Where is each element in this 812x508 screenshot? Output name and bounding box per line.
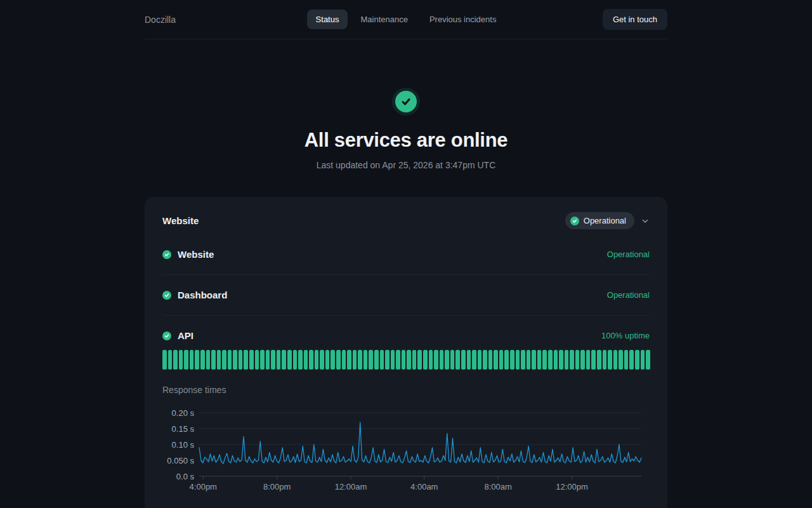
uptime-bar (195, 350, 199, 370)
uptime-bar (277, 350, 281, 370)
uptime-bar (412, 350, 417, 370)
uptime-bar (228, 350, 232, 370)
nav-item-status[interactable]: Status (307, 10, 348, 29)
svg-text:8:00am: 8:00am (484, 482, 511, 491)
group-header-right: Operational (565, 212, 650, 229)
uptime-bar (591, 350, 596, 370)
uptime-bar (499, 350, 504, 370)
uptime-bar (173, 350, 178, 370)
uptime-bar (629, 350, 634, 370)
uptime-bar (374, 350, 379, 370)
all-online-check-icon (395, 91, 417, 112)
uptime-bar (455, 350, 460, 370)
service-status: Operational (607, 250, 650, 259)
service-row-website: Website Operational (162, 234, 650, 275)
uptime-bar (358, 350, 362, 370)
uptime-bar (488, 350, 493, 370)
overall-status: All services are online Last updated on … (145, 91, 667, 170)
uptime-bar (380, 350, 384, 370)
response-times-label: Response times (162, 385, 650, 395)
uptime-bar (478, 350, 482, 370)
uptime-bar (423, 350, 428, 370)
uptime-bar (434, 350, 438, 370)
uptime-bar (304, 350, 308, 370)
uptime-bar (510, 350, 514, 370)
group-header: Website Operational (162, 212, 650, 234)
nav-item-maintenance[interactable]: Maintenance (351, 10, 416, 29)
svg-text:0.10 s: 0.10 s (172, 440, 195, 450)
service-name: Dashboard (178, 290, 227, 300)
uptime-bar (580, 350, 585, 370)
service-left: API (162, 330, 193, 341)
uptime-bar (483, 350, 487, 370)
uptime-bar (287, 350, 292, 370)
uptime-bar (407, 350, 411, 370)
uptime-history-bars (162, 350, 650, 370)
svg-text:4:00am: 4:00am (410, 482, 438, 491)
uptime-bar (461, 350, 466, 370)
uptime-bar (200, 350, 205, 370)
uptime-bar (597, 350, 601, 370)
svg-text:0.20 s: 0.20 s (172, 408, 195, 418)
service-left: Website (162, 249, 214, 260)
service-check-icon (162, 250, 171, 259)
uptime-bar (353, 350, 357, 370)
uptime-bar (309, 350, 313, 370)
uptime-bar (559, 350, 563, 370)
uptime-bar (255, 350, 259, 370)
get-in-touch-button[interactable]: Get in touch (603, 9, 667, 30)
uptime-bar (603, 350, 607, 370)
uptime-bar (244, 350, 248, 370)
uptime-bar (325, 350, 330, 370)
uptime-bar (504, 350, 509, 370)
uptime-bar (347, 350, 351, 370)
uptime-bar (179, 350, 183, 370)
operational-badge: Operational (565, 212, 634, 229)
uptime-bar (206, 350, 211, 370)
uptime-bar (417, 350, 422, 370)
uptime-bar (190, 350, 194, 370)
badge-check-icon (570, 217, 579, 225)
badge-label: Operational (584, 216, 626, 225)
uptime-bar (369, 350, 373, 370)
brand-logo[interactable]: Doczilla (145, 15, 307, 25)
uptime-bar (542, 350, 547, 370)
uptime-bar (249, 350, 254, 370)
uptime-bar (331, 350, 335, 370)
uptime-bar (282, 350, 286, 370)
uptime-bar (516, 350, 520, 370)
uptime-bar (385, 350, 390, 370)
uptime-bar (233, 350, 237, 370)
uptime-bar (260, 350, 265, 370)
uptime-bar (440, 350, 444, 370)
svg-text:12:00pm: 12:00pm (556, 482, 588, 491)
uptime-percentage: 100% uptime (601, 331, 650, 340)
top-navigation: Doczilla Status Maintenance Previous inc… (145, 0, 667, 39)
service-row-api: API 100% uptime (162, 316, 650, 349)
uptime-bar (266, 350, 270, 370)
uptime-bar (342, 350, 346, 370)
uptime-bar (467, 350, 471, 370)
service-check-icon (162, 331, 171, 340)
svg-text:4:00pm: 4:00pm (190, 482, 217, 491)
uptime-bar (494, 350, 498, 370)
uptime-bar (429, 350, 433, 370)
uptime-bar (570, 350, 574, 370)
svg-text:0.15 s: 0.15 s (172, 424, 195, 434)
uptime-bar (619, 350, 623, 370)
chevron-down-icon[interactable] (641, 217, 650, 225)
uptime-bar (184, 350, 188, 370)
uptime-bar (537, 350, 542, 370)
service-row-dashboard: Dashboard Operational (162, 275, 650, 316)
uptime-bar (646, 350, 650, 370)
uptime-bar (586, 350, 591, 370)
response-times-chart: 0.20 s0.15 s0.10 s0.050 s0.0 s4:00pm8:00… (162, 406, 650, 493)
nav-tabs: Status Maintenance Previous incidents (307, 10, 506, 29)
uptime-bar (450, 350, 455, 370)
uptime-bar (168, 350, 173, 370)
uptime-bar (222, 350, 226, 370)
nav-item-previous-incidents[interactable]: Previous incidents (421, 10, 506, 29)
uptime-bar (554, 350, 558, 370)
uptime-bar (320, 350, 324, 370)
svg-text:8:00pm: 8:00pm (263, 482, 291, 491)
